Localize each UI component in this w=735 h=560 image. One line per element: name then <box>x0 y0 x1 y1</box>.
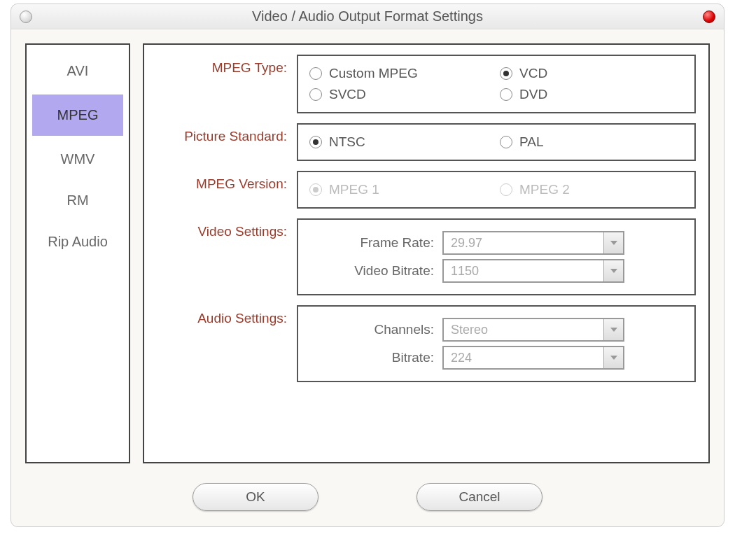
combo-value: 224 <box>444 351 603 365</box>
ok-button[interactable]: OK <box>192 483 318 511</box>
close-icon[interactable] <box>703 10 715 23</box>
audio-settings-group: Channels: Stereo Bitrate: 224 <box>297 305 696 382</box>
combo-value: 1150 <box>444 264 603 279</box>
combo-value: 29.97 <box>444 236 603 251</box>
settings-window: Video / Audio Output Format Settings AVI… <box>10 4 724 527</box>
radio-label: NTSC <box>329 134 365 150</box>
chevron-down-icon <box>603 260 623 281</box>
cancel-button[interactable]: Cancel <box>416 483 542 511</box>
radio-svcd[interactable]: SVCD <box>309 84 493 105</box>
radio-mpeg1: MPEG 1 <box>309 179 493 200</box>
radio-icon <box>309 67 322 80</box>
chevron-down-icon <box>603 232 623 253</box>
channels-combo: Stereo <box>442 318 624 342</box>
chevron-down-icon <box>603 347 623 368</box>
sidebar-item-rm[interactable]: RM <box>27 180 129 221</box>
mpeg-type-group: Custom MPEG VCD SVCD <box>297 55 696 113</box>
label-video-bitrate: Video Bitrate: <box>309 263 442 279</box>
video-settings-group: Frame Rate: 29.97 Video Bitrate: 1150 <box>297 218 696 295</box>
format-sidebar: AVI MPEG WMV RM Rip Audio <box>25 43 130 463</box>
radio-label: Custom MPEG <box>329 66 418 81</box>
radio-label: VCD <box>519 66 547 81</box>
radio-pal[interactable]: PAL <box>500 132 683 153</box>
titlebar-left-icon[interactable] <box>20 10 32 23</box>
radio-label: MPEG 2 <box>519 182 570 197</box>
radio-ntsc[interactable]: NTSC <box>309 132 493 153</box>
combo-value: Stereo <box>444 323 603 337</box>
radio-icon <box>500 67 512 80</box>
radio-mpeg2: MPEG 2 <box>500 179 683 200</box>
window-title: Video / Audio Output Format Settings <box>32 8 703 24</box>
radio-icon <box>500 183 512 196</box>
audio-bitrate-combo: 224 <box>442 346 624 370</box>
settings-panel: MPEG Type: Custom MPEG VCD <box>143 43 710 463</box>
chevron-down-icon <box>603 319 623 340</box>
radio-icon <box>309 88 322 101</box>
dialog-footer: OK Cancel <box>11 470 724 526</box>
picture-standard-group: NTSC PAL <box>297 123 696 161</box>
radio-custom-mpeg[interactable]: Custom MPEG <box>309 63 493 84</box>
sidebar-item-rip-audio[interactable]: Rip Audio <box>27 221 129 262</box>
radio-icon <box>309 136 322 148</box>
radio-vcd[interactable]: VCD <box>500 63 683 84</box>
video-bitrate-combo: 1150 <box>442 259 624 283</box>
radio-dvd[interactable]: DVD <box>500 84 683 105</box>
sidebar-item-mpeg[interactable]: MPEG <box>32 94 123 136</box>
label-video-settings: Video Settings: <box>157 218 297 239</box>
mpeg-version-group: MPEG 1 MPEG 2 <box>297 171 696 209</box>
label-mpeg-version: MPEG Version: <box>157 171 297 192</box>
label-mpeg-type: MPEG Type: <box>157 55 297 76</box>
label-frame-rate: Frame Rate: <box>309 235 442 251</box>
sidebar-item-wmv[interactable]: WMV <box>27 139 129 180</box>
radio-label: DVD <box>519 87 547 102</box>
frame-rate-combo: 29.97 <box>442 231 624 255</box>
label-channels: Channels: <box>309 322 442 337</box>
titlebar: Video / Audio Output Format Settings <box>11 4 724 29</box>
radio-icon <box>309 183 322 196</box>
label-picture-standard: Picture Standard: <box>157 123 297 144</box>
label-audio-settings: Audio Settings: <box>157 305 297 326</box>
label-bitrate: Bitrate: <box>309 350 442 365</box>
radio-label: SVCD <box>329 87 366 102</box>
sidebar-item-avi[interactable]: AVI <box>27 50 129 92</box>
radio-icon <box>500 136 512 148</box>
radio-label: PAL <box>519 134 544 150</box>
radio-label: MPEG 1 <box>329 182 379 197</box>
radio-icon <box>500 88 512 101</box>
